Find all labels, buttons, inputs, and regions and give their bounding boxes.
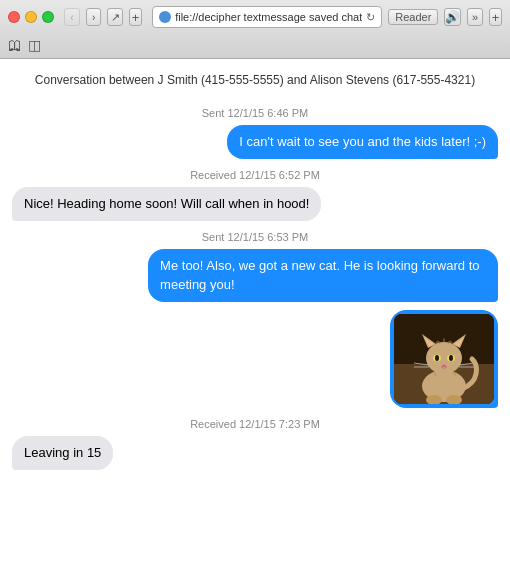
svg-point-12 bbox=[449, 355, 453, 361]
overflow-button[interactable]: » bbox=[467, 8, 483, 26]
forward-button[interactable]: › bbox=[86, 8, 102, 26]
message-row: Me too! Also, we got a new cat. He is lo… bbox=[12, 249, 498, 301]
timestamp-received-1: Received 12/1/15 6:52 PM bbox=[12, 169, 498, 181]
share-button[interactable]: ↗ bbox=[107, 8, 123, 26]
add-bookmark-button[interactable]: + bbox=[489, 8, 502, 26]
address-text: file://decipher textmessage saved chat bbox=[175, 11, 362, 23]
cat-image bbox=[394, 314, 494, 404]
message-row: I can't wait to see you and the kids lat… bbox=[12, 125, 498, 159]
timestamp-received-2: Received 12/1/15 7:23 PM bbox=[12, 418, 498, 430]
traffic-lights bbox=[8, 11, 54, 23]
svg-point-10 bbox=[435, 355, 439, 361]
svg-point-4 bbox=[426, 342, 462, 374]
cat-image-inner bbox=[394, 314, 494, 404]
close-button[interactable] bbox=[8, 11, 20, 23]
grid-icon[interactable]: ◫ bbox=[28, 37, 41, 53]
cat-svg bbox=[394, 314, 494, 404]
message-row-leaving: Leaving in 15 bbox=[12, 436, 498, 470]
audio-button[interactable]: 🔊 bbox=[444, 8, 461, 26]
image-message-row bbox=[12, 310, 498, 408]
title-bar: ‹ › ↗ + file://decipher textmessage save… bbox=[0, 0, 510, 34]
maximize-button[interactable] bbox=[42, 11, 54, 23]
timestamp-sent-1: Sent 12/1/15 6:46 PM bbox=[12, 107, 498, 119]
leaving-bubble: Leaving in 15 bbox=[12, 436, 113, 470]
secure-icon bbox=[159, 11, 171, 23]
sent-bubble-2: Me too! Also, we got a new cat. He is lo… bbox=[148, 249, 498, 301]
toolbar-row: 🕮 ◫ bbox=[0, 34, 510, 58]
new-tab-button[interactable]: + bbox=[129, 8, 142, 26]
sent-bubble: I can't wait to see you and the kids lat… bbox=[227, 125, 498, 159]
timestamp-sent-2: Sent 12/1/15 6:53 PM bbox=[12, 231, 498, 243]
image-bubble bbox=[390, 310, 498, 408]
messages-container: Sent 12/1/15 6:46 PM I can't wait to see… bbox=[0, 107, 510, 494]
browser-chrome: ‹ › ↗ + file://decipher textmessage save… bbox=[0, 0, 510, 59]
back-button[interactable]: ‹ bbox=[64, 8, 80, 26]
received-bubble: Nice! Heading home soon! Will call when … bbox=[12, 187, 321, 221]
bookmarks-icon[interactable]: 🕮 bbox=[8, 37, 22, 53]
refresh-button[interactable]: ↻ bbox=[366, 11, 375, 24]
reader-button[interactable]: Reader bbox=[388, 9, 438, 25]
message-row: Nice! Heading home soon! Will call when … bbox=[12, 187, 498, 221]
page-content: Conversation between J Smith (415-555-55… bbox=[0, 59, 510, 559]
minimize-button[interactable] bbox=[25, 11, 37, 23]
address-bar[interactable]: file://decipher textmessage saved chat ↻ bbox=[152, 6, 382, 28]
conversation-header: Conversation between J Smith (415-555-55… bbox=[0, 59, 510, 97]
